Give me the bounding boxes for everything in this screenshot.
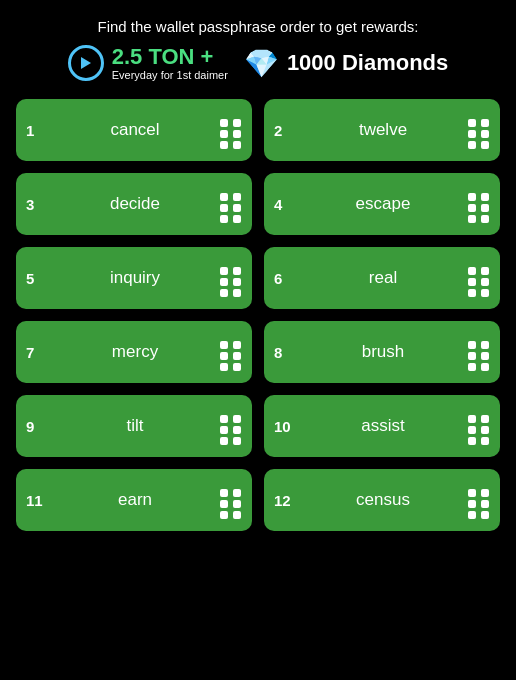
word-card-10[interactable]: 10assist	[264, 395, 500, 457]
svg-marker-0	[81, 57, 91, 69]
word-label: earn	[50, 490, 220, 510]
word-number: 9	[26, 418, 50, 435]
drag-handle-icon[interactable]	[220, 193, 242, 215]
word-label: census	[298, 490, 468, 510]
word-card-4[interactable]: 4escape	[264, 173, 500, 235]
word-card-9[interactable]: 9tilt	[16, 395, 252, 457]
drag-handle-icon[interactable]	[220, 489, 242, 511]
word-label: decide	[50, 194, 220, 214]
drag-handle-icon[interactable]	[468, 119, 490, 141]
ton-sub: Everyday for 1st daimer	[112, 69, 228, 81]
word-card-7[interactable]: 7mercy	[16, 321, 252, 383]
word-number: 10	[274, 418, 298, 435]
drag-handle-icon[interactable]	[468, 193, 490, 215]
word-card-5[interactable]: 5inquiry	[16, 247, 252, 309]
drag-handle-icon[interactable]	[220, 119, 242, 141]
word-card-3[interactable]: 3decide	[16, 173, 252, 235]
ton-text-block: 2.5 TON + Everyday for 1st daimer	[112, 45, 228, 81]
word-card-6[interactable]: 6real	[264, 247, 500, 309]
instruction-text: Find the wallet passphrase order to get …	[98, 18, 419, 35]
drag-handle-icon[interactable]	[220, 341, 242, 363]
word-card-8[interactable]: 8brush	[264, 321, 500, 383]
word-number: 12	[274, 492, 298, 509]
drag-handle-icon[interactable]	[220, 415, 242, 437]
ton-amount: 2.5 TON +	[112, 45, 228, 69]
word-number: 11	[26, 492, 50, 509]
word-number: 3	[26, 196, 50, 213]
word-card-12[interactable]: 12census	[264, 469, 500, 531]
word-number: 8	[274, 344, 298, 361]
diamond-amount: 1000 Diamonds	[287, 50, 448, 76]
drag-handle-icon[interactable]	[468, 415, 490, 437]
word-label: real	[298, 268, 468, 288]
word-card-1[interactable]: 1cancel	[16, 99, 252, 161]
ton-block: 2.5 TON + Everyday for 1st daimer	[68, 45, 228, 81]
word-number: 5	[26, 270, 50, 287]
word-number: 2	[274, 122, 298, 139]
diamond-icon: 💎	[244, 47, 279, 80]
word-label: brush	[298, 342, 468, 362]
word-number: 7	[26, 344, 50, 361]
word-label: escape	[298, 194, 468, 214]
word-label: assist	[298, 416, 468, 436]
word-label: tilt	[50, 416, 220, 436]
words-grid: 1cancel2twelve3decide4escape5inquiry6rea…	[16, 99, 500, 531]
drag-handle-icon[interactable]	[220, 267, 242, 289]
word-label: cancel	[50, 120, 220, 140]
word-number: 4	[274, 196, 298, 213]
word-label: inquiry	[50, 268, 220, 288]
drag-handle-icon[interactable]	[468, 267, 490, 289]
word-label: mercy	[50, 342, 220, 362]
word-label: twelve	[298, 120, 468, 140]
word-card-2[interactable]: 2twelve	[264, 99, 500, 161]
word-card-11[interactable]: 11earn	[16, 469, 252, 531]
word-number: 1	[26, 122, 50, 139]
play-icon	[68, 45, 104, 81]
drag-handle-icon[interactable]	[468, 341, 490, 363]
diamond-block: 💎 1000 Diamonds	[244, 47, 448, 80]
drag-handle-icon[interactable]	[468, 489, 490, 511]
reward-row: 2.5 TON + Everyday for 1st daimer 💎 1000…	[16, 45, 500, 81]
word-number: 6	[274, 270, 298, 287]
